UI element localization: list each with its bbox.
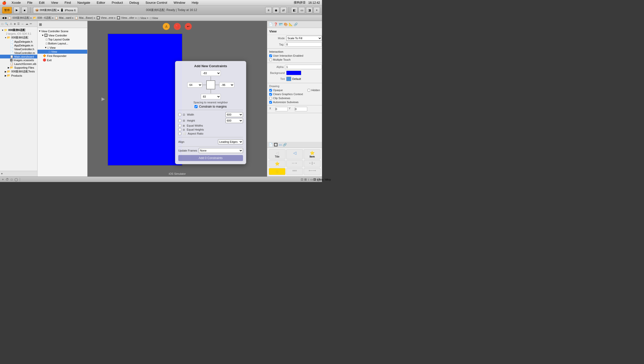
add-button[interactable]: + bbox=[314, 7, 320, 14]
x-input[interactable] bbox=[275, 107, 288, 111]
update-icon[interactable]: ↩ bbox=[185, 23, 192, 30]
conn-inspector-icon[interactable]: 🔗 bbox=[294, 22, 298, 26]
identity-icon[interactable]: 🪪 bbox=[279, 22, 283, 26]
apple-menu[interactable]: 🍎 bbox=[2, 1, 6, 5]
assistant-editor-button[interactable]: ◉ bbox=[273, 7, 279, 14]
scene-bottom-layout[interactable]: □ Bottom Layout... bbox=[38, 42, 87, 46]
add-file-button[interactable]: + bbox=[1, 172, 3, 176]
y-input[interactable] bbox=[295, 107, 307, 111]
add-item-button[interactable]: + bbox=[2, 178, 4, 181]
folder-icon[interactable]: □ bbox=[1, 22, 4, 26]
width-value-select[interactable]: 600 bbox=[226, 112, 243, 117]
height-value-select[interactable]: 600 bbox=[226, 118, 243, 123]
top-spacing-select[interactable]: -83 bbox=[201, 70, 221, 76]
obj-lib-icon-3[interactable]: ▭ bbox=[279, 143, 282, 146]
sidebar-item-tests[interactable]: ▶ 📂 008案例6适配Tests bbox=[0, 70, 37, 74]
scene-grid-icon[interactable]: ⊞ bbox=[39, 22, 42, 26]
quick-help-icon[interactable]: ❓ bbox=[274, 22, 278, 26]
menu-debug[interactable]: Debug bbox=[128, 0, 140, 5]
breadcrumb-item-6[interactable]: □ View bbox=[138, 16, 146, 20]
aspect-ratio-checkbox[interactable] bbox=[178, 132, 181, 135]
obj-item-flex-space[interactable]: ···→ bbox=[286, 160, 303, 167]
standard-editor-button[interactable]: ≡ bbox=[265, 7, 272, 14]
find-icon[interactable]: 🔍 bbox=[4, 22, 9, 26]
scene-vc[interactable]: ▾ 🔲 View Controller bbox=[38, 33, 87, 38]
scene-exit[interactable]: 🔴 Exit bbox=[38, 58, 87, 62]
height-checkbox[interactable] bbox=[178, 119, 181, 122]
obj-lib-icon-1[interactable]: 📄 bbox=[269, 143, 273, 146]
constraints-icon[interactable]: 🔴 bbox=[174, 23, 181, 30]
breadcrumb-item-0[interactable]: 008案例6适配 bbox=[13, 16, 30, 20]
breadcrumb-item-4[interactable]: 🔲 View...ene bbox=[97, 16, 113, 20]
file-inspector-icon[interactable]: 📄 bbox=[269, 22, 273, 26]
size-inspector-icon[interactable]: 📐 bbox=[289, 22, 293, 26]
warn-icon[interactable]: ⚠ bbox=[9, 22, 13, 26]
warning-icon[interactable]: ⚠ bbox=[163, 23, 170, 30]
run-button[interactable]: ▶ bbox=[14, 7, 20, 14]
right-spacing-select[interactable]: -96 bbox=[219, 82, 234, 88]
obj-item-arrows[interactable]: ⟵⟶ bbox=[304, 168, 321, 175]
left-spacing-select[interactable]: 64 bbox=[187, 82, 202, 88]
obj-item-back[interactable]: ◁ bbox=[286, 149, 303, 159]
breadcrumb-item-2[interactable]: 📋 Mai...oard bbox=[55, 16, 71, 20]
inspector-toggle[interactable]: ◨ bbox=[306, 7, 313, 14]
autoresize-checkbox[interactable] bbox=[269, 101, 272, 104]
menu-xcode[interactable]: Xcode bbox=[10, 0, 22, 5]
menu-edit[interactable]: Edit bbox=[38, 0, 46, 5]
menu-find[interactable]: Find bbox=[63, 0, 72, 5]
scene-vc-scene[interactable]: ▾ View Controller Scene bbox=[38, 29, 87, 33]
breadcrumb-item-5[interactable]: 🔲 View...oller bbox=[117, 16, 134, 20]
sidebar-item-viewcontroller-h[interactable]: 📄 ViewController.h bbox=[0, 47, 37, 51]
sidebar-item-appdelegate-h[interactable]: 📄 AppDelegate.h bbox=[0, 40, 37, 44]
obj-item-yellow-circle[interactable]: ● bbox=[269, 168, 286, 175]
stop-button[interactable]: ■ bbox=[22, 7, 28, 14]
obj-lib-icon-2[interactable]: 🔲 bbox=[274, 143, 278, 146]
bookmark-icon[interactable]: ◈ bbox=[13, 22, 16, 26]
sidebar-item-supporting-files[interactable]: ▶ 📂 Supporting Files bbox=[0, 66, 37, 70]
menu-help[interactable]: Help bbox=[190, 0, 200, 5]
debug-toggle[interactable]: ▭ bbox=[299, 7, 305, 14]
menu-view[interactable]: View bbox=[50, 0, 59, 5]
menu-navigate[interactable]: Navigate bbox=[76, 0, 91, 5]
source-icon[interactable]: ☁ bbox=[25, 22, 29, 26]
menu-source-control[interactable]: Source Control bbox=[144, 0, 168, 5]
equal-heights-checkbox[interactable] bbox=[178, 128, 181, 131]
obj-item-fixed-space[interactable]: ←|→ bbox=[304, 160, 321, 167]
background-color-swatch[interactable] bbox=[286, 71, 301, 75]
bottom-spacing-select[interactable]: 83 bbox=[201, 94, 221, 99]
scheme-selector[interactable]: 📦 008案例6适配 ▸ 📱 iPhone 6 bbox=[33, 7, 78, 14]
user-interaction-checkbox[interactable] bbox=[269, 54, 272, 57]
link-icon[interactable]: ↔ bbox=[21, 22, 25, 26]
sidebar-item-project-root[interactable]: ▾ 📁 008案例6适配 bbox=[0, 28, 37, 32]
sidebar-item-images[interactable]: 🖼 Images.xcassets bbox=[0, 58, 37, 62]
menu-window[interactable]: Window bbox=[172, 0, 186, 5]
sidebar-item-viewcontroller-m[interactable]: 📄 ViewController.m bbox=[0, 51, 37, 55]
sidebar-item-launchscreen[interactable]: 📋 LaunchScreen.xib bbox=[0, 62, 37, 66]
history-button[interactable]: ⏱ bbox=[6, 178, 9, 181]
layout-icon-2[interactable]: ⊞ bbox=[304, 178, 307, 181]
sidebar-item-main-storyboard[interactable]: 📋 Main.storyboard bbox=[0, 55, 37, 58]
layout-icon-3[interactable]: ↕ bbox=[308, 178, 309, 181]
tag-input[interactable] bbox=[285, 42, 322, 47]
ios-view[interactable] bbox=[108, 34, 182, 165]
sidebar-item-products[interactable]: ▶ 📂 Products bbox=[0, 74, 37, 78]
hidden-checkbox[interactable] bbox=[308, 89, 310, 92]
equal-widths-checkbox[interactable] bbox=[178, 124, 181, 127]
clears-checkbox[interactable] bbox=[269, 93, 272, 96]
add-constraints-button[interactable]: Add 0 Constraints bbox=[178, 155, 243, 161]
obj-item-lines[interactable]: ≡≡≡ bbox=[286, 168, 303, 175]
obj-item-star-blue[interactable]: ⭐ bbox=[269, 160, 286, 167]
align-value-select[interactable]: Leading Edges bbox=[218, 139, 243, 144]
list-icon[interactable]: ☰ bbox=[17, 22, 20, 26]
report-button[interactable]: ◯ bbox=[15, 178, 18, 181]
scene-view-parent[interactable]: ▾ □ View bbox=[38, 46, 87, 50]
scene-first-responder[interactable]: 🔶 First Responder bbox=[38, 54, 87, 58]
issues-button[interactable]: □ bbox=[11, 178, 13, 181]
attr-inspector-icon[interactable]: 🎨 bbox=[284, 22, 288, 26]
sidebar-item-main-folder[interactable]: ▾ 📂 008案例6适配 bbox=[0, 36, 37, 40]
mode-select[interactable]: Scale To Fill bbox=[286, 36, 322, 41]
obj-item-nav-title[interactable]: ◁ Title bbox=[269, 149, 286, 159]
canvas-nav-arrow[interactable]: ▶ bbox=[102, 96, 105, 102]
opaque-checkbox[interactable] bbox=[269, 89, 272, 92]
update-frames-select[interactable]: None bbox=[199, 148, 243, 153]
